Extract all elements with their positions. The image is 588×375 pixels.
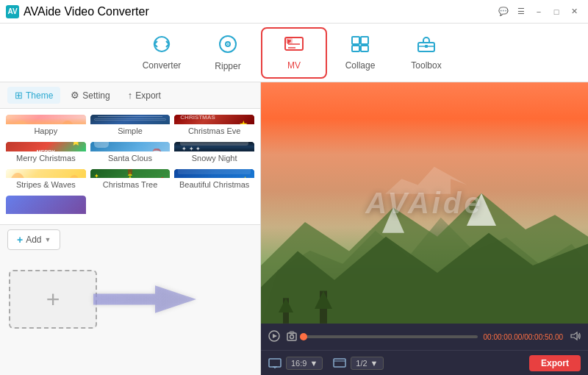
- monitor-icon: [333, 358, 346, 368]
- theme-grid: Happy Simple ★ CHRISTMAS: [0, 109, 260, 224]
- theme-simple-label: Simple: [90, 124, 171, 138]
- playback-controls: 00:00:00.00/00:00:50.00: [261, 324, 588, 350]
- nav-collage[interactable]: Collage: [327, 27, 393, 79]
- theme-merry-christmas-label: Merry Christmas: [6, 151, 86, 165]
- setting-gear-icon: ⚙: [71, 90, 79, 101]
- bottom-left-controls: 16:9 ▼ 1/2 ▼: [268, 357, 384, 370]
- theme-santa-claus-label: Santa Clous: [90, 151, 171, 165]
- snapshot-button[interactable]: [286, 330, 298, 344]
- maximize-button[interactable]: □: [548, 4, 564, 20]
- window-controls: 💬 ☰ − □ ✕: [495, 4, 582, 20]
- export-label: Export: [135, 90, 161, 101]
- progress-dot: [300, 333, 307, 340]
- svg-rect-11: [425, 45, 428, 48]
- theme-christmas-eve-label: Christmas Eve: [174, 124, 254, 138]
- preview-area: AVAide: [261, 82, 588, 324]
- collage-label: Collage: [345, 60, 376, 71]
- time-display: 00:00:00.00/00:00:50.00: [484, 333, 563, 341]
- page-dropdown-icon: ▼: [370, 359, 379, 368]
- add-label: +: [17, 234, 23, 246]
- theme-happy-label: Happy: [6, 124, 86, 138]
- theme-item-stripes-waves[interactable]: Stripes & Waves: [6, 169, 86, 192]
- mv-icon: [284, 35, 304, 57]
- add-bar: + Add ▼: [0, 224, 260, 254]
- nav-ripper[interactable]: Ripper: [195, 27, 261, 79]
- theme-item-partial[interactable]: [6, 196, 86, 218]
- nav-mv[interactable]: MV: [261, 27, 327, 79]
- progress-bar[interactable]: [304, 335, 478, 338]
- screen-icon: [268, 358, 282, 368]
- theme-christmas-tree-label: Christmas Tree: [90, 178, 171, 191]
- ratio-dropdown-icon: ▼: [309, 359, 318, 368]
- converter-label: Converter: [143, 60, 182, 71]
- converter-icon: [151, 35, 172, 57]
- svg-marker-26: [571, 332, 577, 340]
- add-dropdown-arrow: ▼: [45, 236, 51, 243]
- menu-button[interactable]: ☰: [513, 4, 529, 20]
- page-selector[interactable]: 1/2 ▼: [351, 357, 383, 370]
- svg-point-24: [290, 335, 294, 338]
- svg-point-2: [227, 43, 229, 45]
- theme-label: Theme: [26, 90, 53, 101]
- ripper-label: Ripper: [215, 61, 240, 71]
- drop-box[interactable]: +: [9, 270, 97, 329]
- volume-button[interactable]: [569, 330, 581, 344]
- subnav-setting[interactable]: ⚙ Setting: [63, 87, 117, 104]
- mv-label: MV: [287, 60, 301, 71]
- svg-rect-6: [361, 37, 368, 44]
- sub-nav: ⊞ Theme ⚙ Setting ↑ Export: [0, 82, 260, 109]
- preview-watermark: AVAide: [365, 187, 483, 220]
- theme-item-christmas-tree[interactable]: ▲ ▲ ✦ ● Christmas Tree: [90, 169, 171, 192]
- theme-item-snowy-night[interactable]: ✦ ✦ ✦ Snowy Night: [174, 142, 254, 165]
- setting-label: Setting: [82, 90, 110, 101]
- export-button[interactable]: Export: [529, 355, 581, 371]
- theme-grid-icon: ⊞: [15, 90, 23, 101]
- message-button[interactable]: 💬: [495, 4, 512, 20]
- ratio-selector[interactable]: 16:9 ▼: [286, 357, 323, 370]
- theme-item-santa-claus[interactable]: 🎅 Santa Clous: [90, 142, 171, 165]
- theme-item-happy[interactable]: Happy: [6, 115, 86, 138]
- add-button[interactable]: + Add ▼: [7, 229, 60, 250]
- theme-snowy-night-label: Snowy Night: [174, 151, 254, 165]
- titlebar-left: AV AVAide Video Converter: [6, 5, 149, 18]
- navbar: Converter Ripper MV: [0, 24, 588, 82]
- drop-plus-icon: +: [46, 286, 60, 313]
- svg-marker-22: [273, 334, 277, 338]
- theme-stripes-waves-label: Stripes & Waves: [6, 178, 86, 191]
- svg-rect-8: [361, 46, 368, 51]
- nav-converter[interactable]: Converter: [129, 27, 195, 79]
- drop-zone-area: +: [0, 254, 260, 375]
- ripper-icon: [218, 35, 237, 58]
- hint-arrow: [93, 281, 196, 318]
- svg-rect-7: [352, 46, 359, 51]
- theme-item-beautiful-christmas[interactable]: ★ Beautiful Christmas: [174, 169, 254, 192]
- svg-rect-30: [334, 359, 345, 367]
- theme-beautiful-christmas-label: Beautiful Christmas: [174, 178, 254, 191]
- app-title: AVAide Video Converter: [24, 5, 149, 18]
- export-upload-icon: ↑: [128, 90, 133, 101]
- right-panel: AVAide: [261, 82, 588, 375]
- arrow-container: +: [9, 270, 196, 329]
- subnav-export[interactable]: ↑ Export: [121, 87, 168, 104]
- screen-icon-group: [268, 358, 282, 368]
- main-content: ⊞ Theme ⚙ Setting ↑ Export: [0, 82, 588, 375]
- play-button[interactable]: [268, 330, 280, 344]
- svg-marker-12: [93, 285, 196, 312]
- collage-icon: [351, 35, 370, 57]
- subnav-theme[interactable]: ⊞ Theme: [7, 87, 60, 104]
- app-logo: AV: [6, 5, 19, 18]
- theme-item-merry-christmas[interactable]: MERRYCHRISTMAS ⭐ Merry Christmas: [6, 142, 86, 165]
- nav-toolbox[interactable]: Toolbox: [393, 27, 459, 79]
- ratio-value: 16:9: [291, 359, 306, 368]
- svg-rect-27: [269, 359, 281, 367]
- minimize-button[interactable]: −: [531, 4, 547, 20]
- theme-item-simple[interactable]: Simple: [90, 115, 171, 138]
- close-button[interactable]: ✕: [566, 4, 582, 20]
- toolbox-label: Toolbox: [411, 60, 441, 71]
- theme-partial-label: [6, 214, 86, 218]
- theme-item-christmas-eve[interactable]: ★ CHRISTMAS Christmas Eve: [174, 115, 254, 138]
- page-icon-group: [333, 358, 346, 368]
- page-value: 1/2: [356, 359, 367, 368]
- add-text: Add: [26, 235, 41, 245]
- bottom-controls: 16:9 ▼ 1/2 ▼ Export: [261, 350, 588, 375]
